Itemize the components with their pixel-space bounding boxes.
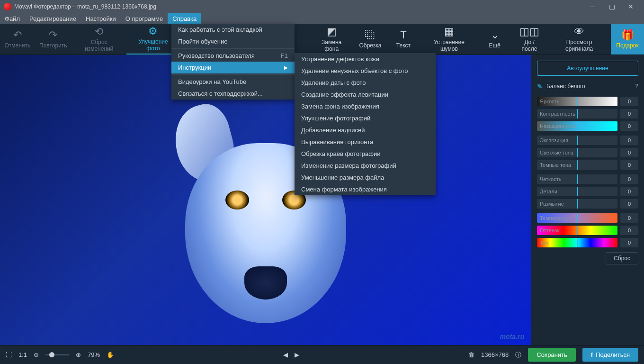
more-button[interactable]: ⌄Ещё <box>478 24 511 55</box>
redo-button[interactable]: ↷Повторить <box>35 24 72 55</box>
before-after-button[interactable]: ◫◫До / после <box>511 24 548 55</box>
slider-sliders2-2[interactable]: Темные тона <box>537 160 617 170</box>
gift-icon: 🎁 <box>621 29 634 41</box>
slider-sliders2-1[interactable]: Светлые тона <box>537 148 617 157</box>
zoom-slider[interactable] <box>45 354 69 355</box>
menubar: Файл Редактирование Настройки О программ… <box>0 13 644 24</box>
submenu-item-7[interactable]: Выравнивание горизонта <box>295 136 436 148</box>
submenu-item-4[interactable]: Замена фона изображения <box>295 100 436 112</box>
undo-icon: ↶ <box>13 29 22 41</box>
slider-label: Экспозиция <box>540 137 568 143</box>
menu-file[interactable]: Файл <box>0 13 25 24</box>
reset-icon: ⟲ <box>95 26 103 37</box>
window-title: Movavi Фоторедактор – mota_ru_983112-136… <box>14 3 583 10</box>
dimensions-label: 1366×768 <box>481 351 509 358</box>
slider-sliders3-2[interactable]: Размытие <box>537 199 617 209</box>
submenu-item-8[interactable]: Обрезка краёв фотографии <box>295 148 436 160</box>
delete-button[interactable]: 🗑 <box>468 351 474 358</box>
minimize-button[interactable]: ─ <box>583 0 602 13</box>
menu-about[interactable]: О программе <box>121 13 168 24</box>
help-icon[interactable]: ? <box>635 83 638 90</box>
gift-button[interactable]: 🎁Подарок <box>611 24 644 55</box>
slider-sliders2-0[interactable]: Экспозиция <box>537 136 617 145</box>
slider-label: Насыщенность <box>540 123 576 129</box>
dd-support[interactable]: Связаться с техподдержкой... <box>171 88 295 100</box>
share-button[interactable]: fПоделиться <box>582 348 638 362</box>
prev-button[interactable]: ◀ <box>283 351 288 358</box>
submenu-item-0[interactable]: Устранение дефектов кожи <box>295 53 436 65</box>
menu-help[interactable]: Справка <box>168 13 201 24</box>
redo-label: Повторить <box>39 43 67 49</box>
zoom-out-button[interactable]: ⊖ <box>34 351 39 358</box>
crop-icon: ⿻ <box>365 29 376 41</box>
reset-sliders-button[interactable]: Сброс <box>606 252 638 264</box>
undo-label: Отменить <box>4 43 30 49</box>
fullscreen-button[interactable]: ⛶ <box>6 351 12 358</box>
info-button[interactable]: ⓘ <box>515 351 521 359</box>
dd-youtube[interactable]: Видеоуроки на YouTube <box>171 76 295 88</box>
submenu-item-11[interactable]: Смена формата изображения <box>295 183 436 195</box>
slider-value: 0 <box>620 136 638 145</box>
maximize-button[interactable]: ▢ <box>602 0 621 13</box>
white-balance-row[interactable]: ✎ Баланс белого ? <box>537 81 638 92</box>
slider-value: 0 <box>620 238 638 247</box>
undo-button[interactable]: ↶Отменить <box>0 24 35 55</box>
crop-button[interactable]: ⿻Обрезка <box>354 24 387 55</box>
text-button[interactable]: TТекст <box>387 24 420 55</box>
text-label: Текст <box>396 43 411 49</box>
statusbar: ⛶ 1:1 ⊖ ⊕ 79% ✋ ◀ ▶ 🗑 1366×768 ⓘ Сохрани… <box>0 345 644 364</box>
slider-label: Яркость <box>540 99 559 104</box>
submenu-item-9[interactable]: Изменение размера фотографий <box>295 160 436 172</box>
watermark: mota.ru <box>500 333 524 340</box>
slider-sliders1-2[interactable]: Насыщенность <box>537 121 617 131</box>
adjustments-panel: Автоулучшение ✎ Баланс белого ? Яркость0… <box>531 55 644 345</box>
auto-enhance-button[interactable]: Автоулучшение <box>537 61 638 76</box>
slider-value: 0 <box>620 148 638 157</box>
slider-sliders4-2[interactable]: Тон <box>537 238 617 247</box>
zoom-actual-button[interactable]: 1:1 <box>18 351 27 358</box>
text-icon: T <box>400 29 406 41</box>
slider-value: 0 <box>620 121 638 131</box>
view-original-label: Просмотр оригинала <box>552 39 606 52</box>
more-label: Ещё <box>489 43 501 49</box>
app-icon <box>4 3 11 10</box>
pan-button[interactable]: ✋ <box>107 351 114 358</box>
submenu-item-1[interactable]: Удаление ненужных объектов с фото <box>295 65 436 77</box>
replace-bg-button[interactable]: ◩Замена фона <box>309 24 354 55</box>
denoise-label: Устранение шумов <box>425 39 474 52</box>
help-dropdown: Как работать с этой вкладкой Пройти обуч… <box>171 24 295 100</box>
dd-howto[interactable]: Как работать с этой вкладкой <box>171 24 295 36</box>
submenu-item-6[interactable]: Добавление надписей <box>295 124 436 136</box>
dd-instructions[interactable]: Инструкции▶ <box>171 62 295 73</box>
dd-manual[interactable]: Руководство пользователяF1 <box>171 50 295 62</box>
submenu-item-3[interactable]: Создание эффекта левитации <box>295 89 436 100</box>
save-button[interactable]: Сохранить <box>528 348 576 362</box>
slider-label: Температура <box>540 215 572 221</box>
slider-value: 0 <box>620 97 638 106</box>
submenu-item-2[interactable]: Удаление даты с фото <box>295 77 436 89</box>
menu-edit[interactable]: Редактирование <box>25 13 81 24</box>
menu-settings[interactable]: Настройки <box>81 13 121 24</box>
view-original-button[interactable]: 👁Просмотр оригинала <box>547 24 611 55</box>
crop-label: Обрезка <box>359 43 381 49</box>
denoise-button[interactable]: ▦Устранение шумов <box>420 24 478 55</box>
reset-changes-button[interactable]: ⟲Сброс изменений <box>72 24 127 55</box>
slider-label: Светлые тона <box>540 150 573 155</box>
toolbar: ↶Отменить ↷Повторить ⟲Сброс изменений ⚙У… <box>0 24 644 55</box>
slider-sliders1-0[interactable]: Яркость <box>537 97 617 106</box>
slider-sliders4-0[interactable]: Температура <box>537 213 617 223</box>
zoom-in-button[interactable]: ⊕ <box>76 351 81 358</box>
slider-sliders1-1[interactable]: Контрастность <box>537 109 617 118</box>
dd-tutorial[interactable]: Пройти обучение <box>171 36 295 47</box>
close-button[interactable]: ✕ <box>621 0 640 13</box>
slider-sliders4-1[interactable]: Оттенок <box>537 226 617 235</box>
submenu-item-10[interactable]: Уменьшение размера файла <box>295 172 436 183</box>
slider-label: Темные тона <box>540 162 571 168</box>
slider-sliders3-1[interactable]: Детали <box>537 187 617 196</box>
slider-value: 0 <box>620 187 638 196</box>
submenu-item-5[interactable]: Улучшение фотографий <box>295 112 436 124</box>
denoise-icon: ▦ <box>444 26 454 37</box>
slider-sliders3-0[interactable]: Четкость <box>537 174 617 184</box>
next-button[interactable]: ▶ <box>295 351 299 358</box>
instructions-submenu: Устранение дефектов кожиУдаление ненужны… <box>295 53 436 195</box>
